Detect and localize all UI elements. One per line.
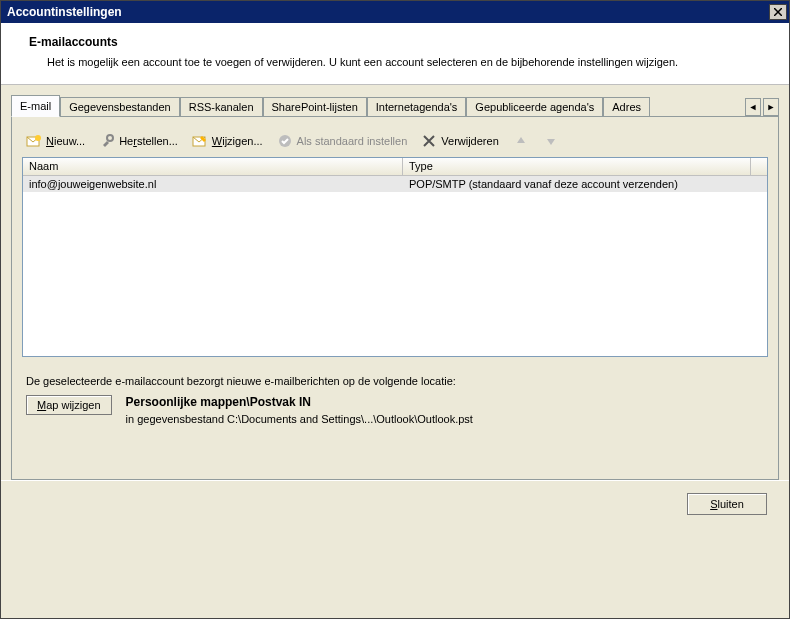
tab-scroll-right[interactable]: ► bbox=[763, 98, 779, 116]
close-dialog-button[interactable]: Sluiten bbox=[687, 493, 767, 515]
delivery-info: Persoonlijke mappen\Postvak IN in gegeve… bbox=[126, 395, 473, 425]
col-header-type[interactable]: Type bbox=[403, 158, 751, 175]
delivery-intro: De geselecteerde e-mailaccount bezorgt n… bbox=[26, 375, 768, 387]
change-folder-button[interactable]: Map wijzigen bbox=[26, 395, 112, 415]
change-button[interactable]: Wijzigen... bbox=[192, 133, 263, 149]
tab-gegevensbestanden[interactable]: Gegevensbestanden bbox=[60, 97, 180, 116]
change-icon bbox=[192, 133, 208, 149]
arrow-down-icon bbox=[543, 133, 559, 149]
account-type-cell: POP/SMTP (standaard vanaf deze account v… bbox=[403, 176, 767, 192]
accounts-list-header: Naam Type bbox=[23, 158, 767, 176]
account-name-cell: info@jouweigenwebsite.nl bbox=[23, 176, 403, 192]
window-title: Accountinstellingen bbox=[7, 5, 122, 19]
tab-email[interactable]: E-mail bbox=[11, 95, 60, 117]
tab-scroll-left[interactable]: ◄ bbox=[745, 98, 761, 116]
title-bar: Accountinstellingen bbox=[1, 1, 789, 23]
arrow-up-icon bbox=[513, 133, 529, 149]
tab-adresboeken[interactable]: Adres bbox=[603, 97, 650, 116]
delete-icon bbox=[421, 133, 437, 149]
repair-icon bbox=[99, 133, 115, 149]
delivery-row: Map wijzigen Persoonlijke mappen\Postvak… bbox=[26, 395, 768, 425]
col-header-naam[interactable]: Naam bbox=[23, 158, 403, 175]
svg-point-2 bbox=[107, 135, 113, 141]
check-circle-icon bbox=[277, 133, 293, 149]
repair-button[interactable]: Herstellen... bbox=[99, 133, 178, 149]
accounts-list[interactable]: Naam Type info@jouweigenwebsite.nl POP/S… bbox=[22, 157, 768, 357]
tab-gepubliceerde-agendas[interactable]: Gepubliceerde agenda's bbox=[466, 97, 603, 116]
tab-rss-kanalen[interactable]: RSS-kanalen bbox=[180, 97, 263, 116]
tab-panel-email: NNieuw...ieuw... Herstellen... Wijzigen.… bbox=[11, 117, 779, 480]
new-account-button[interactable]: NNieuw...ieuw... bbox=[26, 133, 85, 149]
tab-sharepoint-lijsten[interactable]: SharePoint-lijsten bbox=[263, 97, 367, 116]
set-default-label: Als standaard instellen bbox=[297, 135, 408, 147]
list-row[interactable]: info@jouweigenwebsite.nl POP/SMTP (stand… bbox=[23, 176, 767, 192]
delivery-folder: Persoonlijke mappen\Postvak IN bbox=[126, 395, 473, 409]
delete-label: Verwijderen bbox=[441, 135, 498, 147]
new-mail-icon bbox=[26, 133, 42, 149]
delivery-file: in gegevensbestand C:\Documents and Sett… bbox=[126, 413, 473, 425]
header-area: E-mailaccounts Het is mogelijk een accou… bbox=[1, 23, 789, 85]
delete-button[interactable]: Verwijderen bbox=[421, 133, 498, 149]
close-button[interactable] bbox=[769, 4, 787, 20]
header-heading: E-mailaccounts bbox=[29, 35, 761, 49]
tab-internetagendas[interactable]: Internetagenda's bbox=[367, 97, 467, 116]
body-area: E-mail Gegevensbestanden RSS-kanalen Sha… bbox=[1, 85, 789, 480]
close-icon bbox=[774, 8, 782, 16]
accounts-toolbar: NNieuw...ieuw... Herstellen... Wijzigen.… bbox=[22, 133, 768, 149]
tab-scroll-controls: ◄ ► bbox=[743, 98, 779, 116]
move-down-button bbox=[543, 133, 559, 149]
tabs-row: E-mail Gegevensbestanden RSS-kanalen Sha… bbox=[11, 95, 779, 117]
col-header-spacer bbox=[751, 158, 767, 175]
header-description: Het is mogelijk een account toe te voege… bbox=[47, 55, 761, 70]
dialog-footer: Sluiten bbox=[1, 480, 789, 527]
move-up-button bbox=[513, 133, 529, 149]
svg-point-1 bbox=[35, 135, 41, 141]
set-default-button: Als standaard instellen bbox=[277, 133, 408, 149]
